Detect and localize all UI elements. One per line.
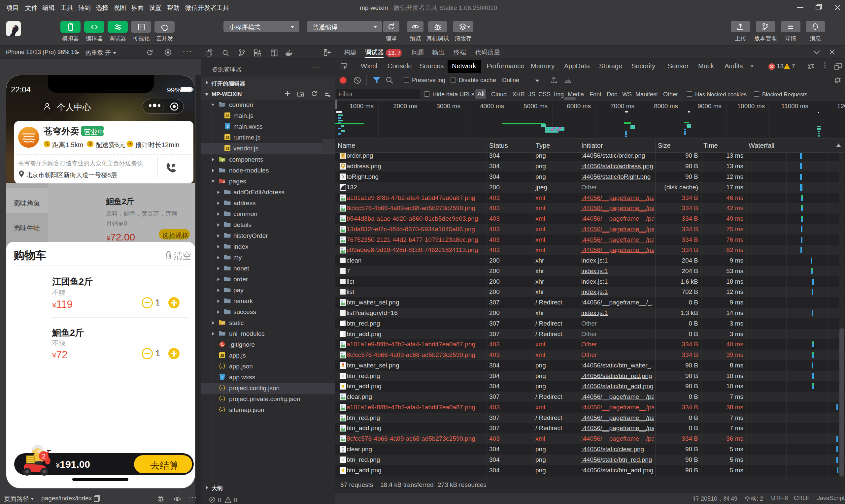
svg-text:3: 3 <box>221 375 223 379</box>
svg-text:JS: JS <box>220 354 225 358</box>
svg-text:JS: JS <box>226 114 230 118</box>
svg-text:JS: JS <box>226 136 230 140</box>
svg-text:3: 3 <box>226 124 228 128</box>
svg-text:JS: JS <box>226 147 230 150</box>
